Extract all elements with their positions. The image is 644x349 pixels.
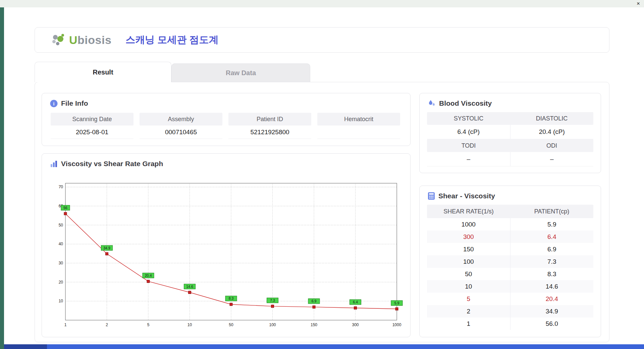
systolic-label: SYSTOLIC xyxy=(427,112,510,125)
shear-viscosity-header: Shear - Viscosity xyxy=(420,186,601,200)
shear-table-body: 10005.93006.41506.91007.3508.31014.6520.… xyxy=(427,218,593,330)
shear-viscosity-table: SHEAR RATE(1/s) PATIENT(cp) 10005.93006.… xyxy=(420,200,601,330)
field-value: 000710465 xyxy=(140,126,222,139)
table-row: 10005.9 xyxy=(427,218,593,231)
shear-rate-cell: 150 xyxy=(427,243,510,255)
file-info-field-hematocrit: Hematocrit xyxy=(317,113,400,139)
file-info-field-patient-id: Patient ID52121925800 xyxy=(228,113,311,139)
bv-header-row-2: TODI ODI xyxy=(427,139,593,152)
shear-rate-column-header: SHEAR RATE(1/s) xyxy=(427,205,510,218)
data-point xyxy=(64,212,67,215)
bv-header-row-1: SYSTOLIC DIASTOLIC xyxy=(427,112,593,125)
field-value xyxy=(317,126,400,139)
file-info-header: i File Info xyxy=(42,93,410,107)
patient-viscosity-cell: 56.0 xyxy=(510,317,594,330)
shear-rate-cell: 100 xyxy=(427,255,510,268)
x-tick-label: 5 xyxy=(147,322,150,327)
logo-u: U xyxy=(69,34,77,46)
data-point xyxy=(230,303,232,306)
shear-rate-cell: 300 xyxy=(427,231,510,243)
field-label: Hematocrit xyxy=(317,113,400,126)
tab-raw-data[interactable]: Raw Data xyxy=(171,63,310,82)
close-icon[interactable]: × xyxy=(637,0,640,7)
x-tick-label: 150 xyxy=(311,322,317,327)
y-tick-label: 50 xyxy=(59,223,63,228)
table-row: 3006.4 xyxy=(427,231,593,243)
blood-viscosity-card: Blood Viscosity SYSTOLIC DIASTOLIC 6.4 (… xyxy=(419,93,601,173)
blood-viscosity-title: Blood Viscosity xyxy=(439,99,492,107)
table-row: 1014.6 xyxy=(427,280,593,293)
droplet-icon xyxy=(428,99,436,107)
point-label: 20.4 xyxy=(145,273,152,278)
desktop-bottom-bar-segment xyxy=(4,344,47,349)
table-row: 234.9 xyxy=(427,305,593,317)
viscosity-shear-chart: 10203040506070125105010015030010005634.9… xyxy=(50,178,403,332)
diastolic-value: 20.4 (cP) xyxy=(510,125,594,139)
result-panel: i File Info Scanning Date2025-08-01Assem… xyxy=(35,82,609,342)
x-tick-label: 10 xyxy=(187,322,192,327)
bv-value-row-1: 6.4 (cP) 20.4 (cP) xyxy=(427,125,593,139)
table-row: 508.3 xyxy=(427,268,593,280)
file-info-card: i File Info Scanning Date2025-08-01Assem… xyxy=(42,93,411,146)
patient-viscosity-cell: 34.9 xyxy=(510,305,594,317)
page-title: 스캐닝 모세관 점도계 xyxy=(125,33,218,47)
point-label: 56 xyxy=(63,206,67,210)
point-label: 14.6 xyxy=(186,285,193,289)
data-point xyxy=(271,305,274,308)
table-row: 1506.9 xyxy=(427,243,593,255)
todi-label: TODI xyxy=(427,139,510,152)
graph-header: Viscosity vs Shear Rate Graph xyxy=(42,154,410,168)
patient-viscosity-cell: 7.3 xyxy=(510,255,594,268)
file-info-field-scanning-date: Scanning Date2025-08-01 xyxy=(51,113,133,139)
shear-table-header: SHEAR RATE(1/s) PATIENT(cp) xyxy=(427,205,593,218)
x-tick-label: 50 xyxy=(229,322,233,327)
x-tick-label: 1 xyxy=(64,322,67,327)
table-row: 156.0 xyxy=(427,317,593,330)
y-tick-label: 10 xyxy=(59,299,63,303)
svg-text:i: i xyxy=(53,101,55,106)
y-tick-label: 20 xyxy=(59,280,63,285)
blood-viscosity-body: SYSTOLIC DIASTOLIC 6.4 (cP) 20.4 (cP) TO… xyxy=(420,107,601,166)
app-header: Ubiosis 스캐닝 모세관 점도계 xyxy=(35,27,609,53)
patient-viscosity-cell: 6.4 xyxy=(510,231,594,243)
patient-viscosity-cell: 20.4 xyxy=(510,293,594,305)
field-label: Assembly xyxy=(140,113,222,126)
y-tick-label: 40 xyxy=(59,242,63,246)
point-label: 8.3 xyxy=(229,296,234,300)
point-label: 7.3 xyxy=(270,298,275,302)
shear-rate-cell: 2 xyxy=(427,305,510,317)
blood-viscosity-header: Blood Viscosity xyxy=(420,93,601,107)
y-tick-label: 70 xyxy=(59,185,63,189)
tab-result[interactable]: Result xyxy=(35,62,171,82)
point-label: 5.9 xyxy=(394,301,399,305)
shear-rate-cell: 10 xyxy=(427,280,510,293)
todi-value: – xyxy=(427,152,510,166)
calculator-icon xyxy=(428,192,435,200)
chart-canvas: 10203040506070125105010015030010005634.9… xyxy=(50,178,403,332)
bar-chart-icon xyxy=(50,160,58,168)
shear-rate-cell: 5 xyxy=(427,293,510,305)
shear-rate-cell: 50 xyxy=(427,268,510,280)
data-point xyxy=(106,252,108,255)
file-info-fields: Scanning Date2025-08-01Assembly000710465… xyxy=(42,107,410,139)
viscosity-graph-card: Viscosity vs Shear Rate Graph 1020304050… xyxy=(42,153,411,337)
x-tick-label: 2 xyxy=(106,322,108,327)
shear-rate-cell: 1 xyxy=(427,317,510,330)
app-window: Ubiosis 스캐닝 모세관 점도계 Result Raw Data i Fi… xyxy=(4,7,644,344)
data-point xyxy=(189,291,191,294)
data-point xyxy=(354,307,357,309)
ubiosis-logo: Ubiosis xyxy=(50,33,111,47)
patient-viscosity-cell: 5.9 xyxy=(510,218,594,231)
point-label: 6.4 xyxy=(353,300,358,304)
field-value: 52121925800 xyxy=(228,126,311,139)
desktop-top-bar: × xyxy=(0,0,644,7)
x-tick-label: 100 xyxy=(269,322,276,327)
data-point xyxy=(147,280,150,283)
odi-value: – xyxy=(510,152,594,166)
data-point xyxy=(313,306,315,308)
logo-rest: biosis xyxy=(77,34,111,46)
graph-title: Viscosity vs Shear Rate Graph xyxy=(61,160,163,168)
field-label: Scanning Date xyxy=(51,113,133,126)
field-label: Patient ID xyxy=(228,113,311,126)
patient-viscosity-cell: 14.6 xyxy=(510,280,594,293)
